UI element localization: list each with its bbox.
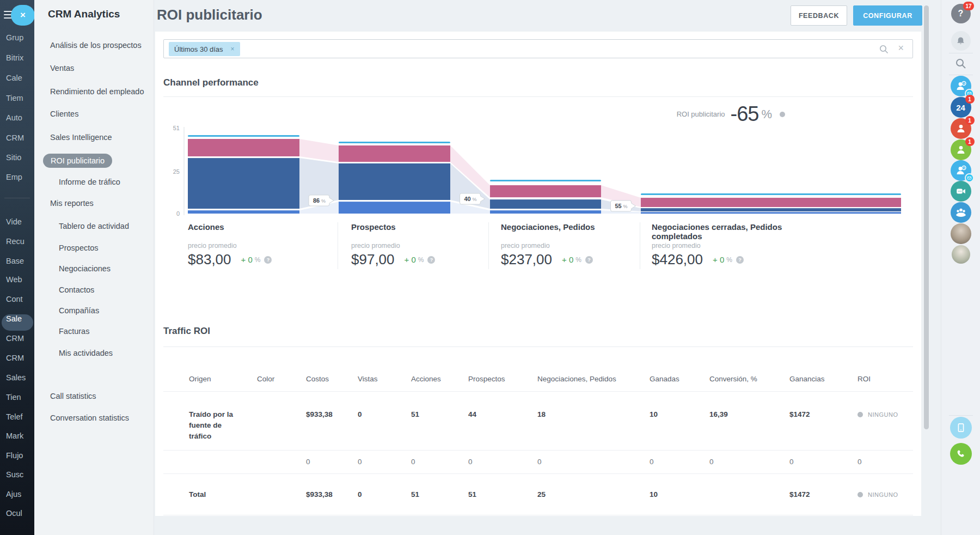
sidebar-item-base[interactable]: Base <box>6 257 34 265</box>
help-icon[interactable]: ?17 <box>951 4 971 23</box>
panel-item-roi-publicitario[interactable]: ROI publicitario <box>43 154 112 168</box>
help-hint-icon[interactable]: ? <box>264 256 272 264</box>
main-sidebar: GrupBitrixCaleTiemAutoCRMSitioEmpVideRec… <box>0 0 34 535</box>
cell-vistas: 0 <box>358 457 411 467</box>
panel-item-mis-actividades[interactable]: Mis actividades <box>59 349 113 357</box>
help-hint-icon[interactable]: ? <box>736 256 744 264</box>
cell-color <box>257 489 306 500</box>
col-header-conversion: Conversión, % <box>709 374 789 385</box>
sidebar-item-sale[interactable]: Sale <box>6 314 34 323</box>
filter-bar[interactable]: Últimos 30 días × × <box>163 39 913 58</box>
scrollbar[interactable] <box>924 5 929 429</box>
panel-item-sales-intelligence[interactable]: Sales Intelligence <box>50 133 112 142</box>
search-icon[interactable] <box>879 45 889 56</box>
sidebar-item-grup[interactable]: Grup <box>6 33 34 42</box>
table-total-row: Total$933,38051512510$1472NINGUNO <box>163 489 913 500</box>
sidebar-item-web[interactable]: Web <box>6 275 34 284</box>
sidebar-item-mark[interactable]: Mark <box>6 431 34 440</box>
sidebar-item-flujo[interactable]: Flujo <box>6 451 34 460</box>
cell-conversion: 16,39 <box>709 409 789 442</box>
sidebar-item-recu[interactable]: Recu <box>6 237 34 246</box>
sidebar-item-crm[interactable]: CRM <box>6 334 34 343</box>
panel-item-facturas[interactable]: Facturas <box>59 327 89 336</box>
stage-price: $83,00 <box>188 251 231 268</box>
sidebar-item-emp[interactable]: Emp <box>6 173 34 181</box>
contact-green-icon[interactable]: 1 <box>951 139 971 160</box>
sidebar-item-susc[interactable]: Susc <box>6 470 34 479</box>
svg-text:40: 40 <box>464 196 471 202</box>
svg-text:51: 51 <box>173 125 180 131</box>
mobile-app-icon[interactable] <box>950 417 972 439</box>
stage-title: Negociaciones cerradas, Pedidos completa… <box>652 222 801 241</box>
question-mark-glyph: ? <box>958 9 964 19</box>
panel-item-clientes[interactable]: Clientes <box>50 110 78 118</box>
sidebar-item-crm[interactable]: CRM <box>6 354 34 362</box>
table-row: 000000000 <box>163 457 913 467</box>
sidebar-item-crm[interactable]: CRM <box>6 133 34 142</box>
panel-item-conversation-statistics[interactable]: Conversation statistics <box>50 414 129 422</box>
contact-orange-icon[interactable]: 1 <box>951 118 971 139</box>
call-icon[interactable] <box>950 443 972 465</box>
panel-item-an-lisis-de-los-prospectos[interactable]: Análisis de los prospectos <box>50 41 142 50</box>
sidebar-item-ocul[interactable]: Ocul <box>6 509 34 518</box>
panel-item-call-statistics[interactable]: Call statistics <box>50 392 96 400</box>
panel-item-compa-as[interactable]: Compañías <box>59 306 99 315</box>
cell-color <box>257 457 306 467</box>
chat-person-clock-icon[interactable] <box>951 160 971 181</box>
sidebar-item-cont[interactable]: Cont <box>6 295 34 303</box>
chat-person-clock-icon[interactable] <box>951 76 971 96</box>
sidebar-item-tien[interactable]: Tien <box>6 393 34 402</box>
panel-title: CRM Analytics <box>48 8 120 20</box>
help-hint-icon[interactable]: ? <box>585 256 593 264</box>
sidebar-item-auto[interactable]: Auto <box>6 113 34 122</box>
cell-vistas: 0 <box>358 409 411 442</box>
table-border <box>163 391 913 392</box>
chip-close-icon[interactable]: × <box>231 45 235 53</box>
panel-item-rendimiento-del-empleado[interactable]: Rendimiento del empleado <box>50 87 144 96</box>
roi-hint-icon[interactable] <box>780 112 785 117</box>
sidebar-item-sales[interactable]: Sales <box>6 373 34 382</box>
cell-origen: Traído por la fuente de tráfico <box>189 409 257 442</box>
panel-item-negociaciones[interactable]: Negociaciones <box>59 264 111 273</box>
help-hint-icon[interactable]: ? <box>427 256 435 264</box>
sidebar-item-telef[interactable]: Telef <box>6 412 34 421</box>
chart-section-title: Channel performance <box>163 77 259 88</box>
sidebar-item-vide[interactable]: Vide <box>6 217 34 226</box>
panel-item-contactos[interactable]: Contactos <box>59 285 94 294</box>
clear-filter-icon[interactable]: × <box>898 42 904 54</box>
sidebar-item-sitio[interactable]: Sitio <box>6 153 34 162</box>
sidebar-item-cale[interactable]: Cale <box>6 74 34 82</box>
panel-item-tablero-de-actividad[interactable]: Tablero de actividad <box>59 222 129 230</box>
sidebar-item-tiem[interactable]: Tiem <box>6 94 34 102</box>
bell-icon[interactable] <box>951 31 971 51</box>
col-header-vistas: Vistas <box>358 374 411 385</box>
counter-icon[interactable]: 241 <box>951 97 971 118</box>
filter-chip-label: Últimos 30 días <box>174 45 223 53</box>
configure-button[interactable]: CONFIGURAR <box>853 5 922 26</box>
cell-prospectos: 44 <box>468 409 537 442</box>
panel-item-prospectos[interactable]: Prospectos <box>59 244 99 252</box>
svg-text:%: % <box>623 204 628 209</box>
stage-price: $237,00 <box>501 251 552 268</box>
rail-divider <box>949 415 973 416</box>
table-row: Traído por la fuente de tráfico$933,3805… <box>163 409 913 442</box>
stage-title: Prospectos <box>351 222 501 241</box>
divider <box>163 96 913 97</box>
svg-text:55: 55 <box>615 203 622 209</box>
video-call-icon[interactable] <box>951 181 971 202</box>
sidebar-item-ajus[interactable]: Ajus <box>6 490 34 498</box>
stage-delta-unit: % <box>726 256 732 264</box>
panel-item-mis-reportes[interactable]: Mis reportes <box>50 199 94 208</box>
stage-delta: + 0 <box>713 255 724 264</box>
panel-item-ventas[interactable]: Ventas <box>50 64 74 72</box>
panel-item-informe-de-tr-fico[interactable]: Informe de tráfico <box>59 178 120 186</box>
sidebar-item-bitrix[interactable]: Bitrix <box>6 53 34 62</box>
filter-chip[interactable]: Últimos 30 días × <box>169 42 240 56</box>
avatar-icon[interactable] <box>952 245 970 264</box>
close-panel-button[interactable]: × <box>11 5 35 26</box>
col-header-origen: Origen <box>189 374 257 385</box>
community-icon[interactable] <box>951 202 971 223</box>
search-icon[interactable] <box>954 57 967 70</box>
feedback-button[interactable]: FEEDBACK <box>791 5 847 26</box>
avatar-icon[interactable] <box>951 223 971 244</box>
